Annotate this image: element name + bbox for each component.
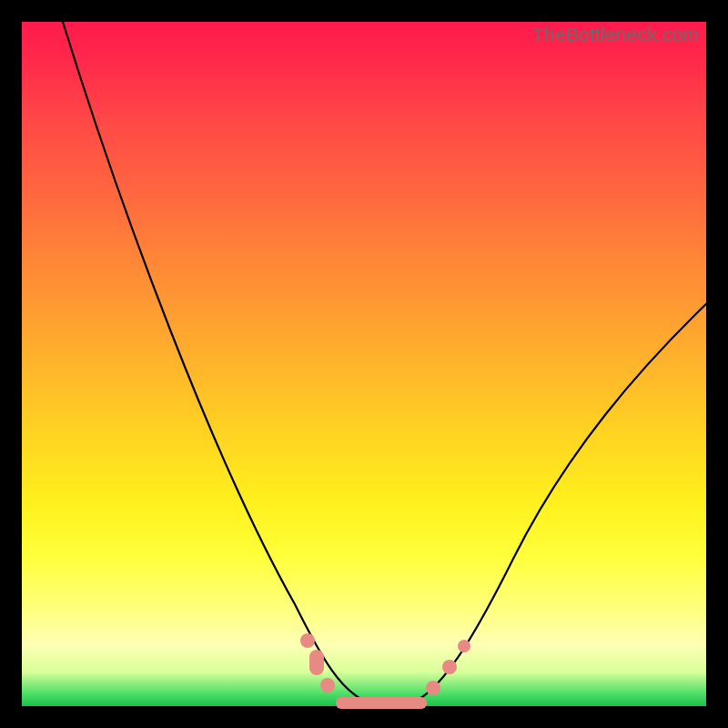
curve-marker-dot xyxy=(300,633,315,648)
curve-marker-dot xyxy=(426,681,440,695)
curve-marker-dot xyxy=(458,640,470,652)
curve-marker-dot xyxy=(320,678,335,693)
trough-marker-bar xyxy=(336,697,427,709)
curve-marker-dot xyxy=(442,660,457,674)
bottleneck-curve-svg xyxy=(22,22,706,706)
bottleneck-curve xyxy=(63,22,706,705)
plot-area: TheBottleneck.com xyxy=(22,22,706,706)
chart-frame: TheBottleneck.com xyxy=(0,0,728,728)
curve-marker-dot xyxy=(309,650,324,675)
